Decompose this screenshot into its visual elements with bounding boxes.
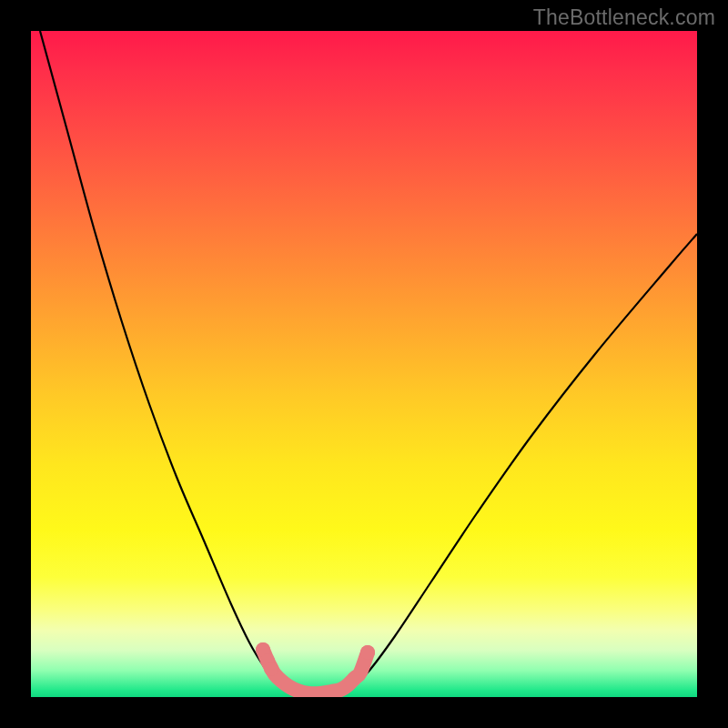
curve-line xyxy=(40,31,697,693)
dot-segment xyxy=(263,650,368,693)
chart-frame: TheBottleneck.com xyxy=(0,0,728,728)
bottleneck-curve xyxy=(40,31,697,693)
watermark-text: TheBottleneck.com xyxy=(533,5,715,30)
curve-svg xyxy=(31,31,697,697)
dot-point xyxy=(360,645,375,660)
plot-area xyxy=(31,31,697,697)
data-dots xyxy=(256,642,375,693)
dot-point xyxy=(264,662,278,676)
